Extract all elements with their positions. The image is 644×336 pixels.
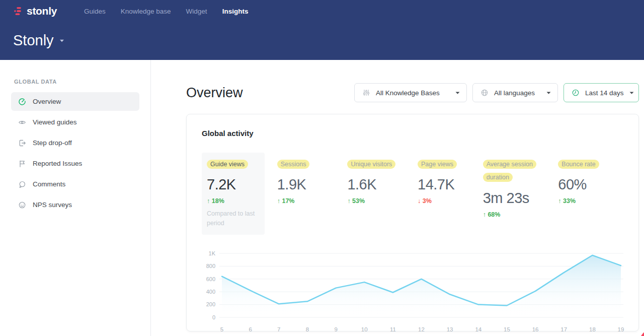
workspace-chevron-down-icon[interactable] [59,39,64,42]
svg-text:9: 9 [334,326,337,332]
metric-delta-value: 3% [423,197,432,205]
metric-delta-value: 33% [563,197,576,205]
smiley-icon [18,201,26,209]
step-dropoff-icon [18,139,26,147]
metric-label-wrap: Page views [418,157,474,170]
global-activity-card: Global activity Guide views7.2K↑ 18%Comp… [186,114,639,331]
top-nav-row: stonly GuidesKnowledge baseWidgetInsight… [13,4,630,19]
metric-delta-value: 53% [352,197,365,205]
metric-label-wrap: Bounce rate [558,157,614,170]
arrow-up-icon: ↑ [277,197,280,205]
metric-unique-visitors[interactable]: Unique visitors1.6K↑ 53% [347,153,418,205]
metric-value: 1.6K [347,176,418,193]
svg-text:200: 200 [206,301,215,307]
globe-icon [480,89,489,97]
metric-value: 60% [558,176,623,193]
card-title: Global activity [202,129,623,138]
metric-delta: ↓ 3% [418,197,483,205]
sidebar-items: OverviewViewed guidesStep drop-offReport… [0,92,150,214]
sidebar-item-overview[interactable]: Overview [11,92,139,111]
svg-text:6: 6 [249,326,252,332]
filter-all-knowledge-bases[interactable]: All Knowledge Bases [354,83,467,102]
metric-value: 1.9K [277,176,348,193]
nav-item-insights[interactable]: Insights [222,8,249,15]
sidebar-item-label: Comments [33,180,65,188]
metric-guide-views[interactable]: Guide views7.2K↑ 18%Compared to last per… [202,153,265,235]
nav-item-guides[interactable]: Guides [84,8,106,15]
filter-all-languages[interactable]: All languages [472,83,558,102]
app-root: stonly GuidesKnowledge baseWidgetInsight… [0,0,644,336]
metric-delta: ↑ 33% [558,197,623,205]
metric-value: 7.2K [207,176,260,193]
metric-value: 14.7K [418,176,483,193]
svg-text:600: 600 [206,276,215,282]
svg-text:18: 18 [589,326,596,332]
svg-text:5: 5 [220,326,223,332]
stonly-logo-text: stonly [27,5,57,17]
metric-label: Sessions [277,160,310,169]
sidebar-section-label: GLOBAL DATA [14,79,150,85]
sidebar-item-reported-issues[interactable]: Reported Issues [11,154,139,173]
stonly-logo-icon [13,6,23,16]
filter-label: Last 14 days [585,89,624,97]
metric-label-wrap: Average session duration [483,157,539,184]
workspace-row: Stonly [13,32,630,49]
nav-item-widget[interactable]: Widget [186,8,207,15]
svg-text:17: 17 [560,326,567,332]
metric-sessions[interactable]: Sessions1.9K↑ 17% [277,153,348,205]
svg-text:800: 800 [206,263,215,269]
comment-icon [18,180,26,188]
metric-delta: ↑ 68% [483,211,558,218]
clock-icon [572,89,580,97]
top-header: stonly GuidesKnowledge baseWidgetInsight… [0,0,644,60]
metric-bounce-rate[interactable]: Bounce rate60%↑ 33% [558,153,623,205]
gauge-icon [18,98,26,106]
body-row: GLOBAL DATA OverviewViewed guidesStep dr… [0,60,644,336]
svg-text:8: 8 [306,326,309,332]
metric-label-wrap: Unique visitors [347,157,404,170]
sidebar-item-viewed-guides[interactable]: Viewed guides [11,113,139,131]
arrow-down-icon: ↓ [418,197,421,205]
metric-value: 3m 23s [483,190,558,207]
activity-chart-svg: 02004006008001K5678910111213141516171819 [202,245,624,336]
svg-text:14: 14 [475,326,481,332]
sidebar-item-label: Reported Issues [33,160,82,167]
sidebar-item-label: Step drop-off [33,139,72,147]
metric-delta: ↑ 53% [347,197,418,205]
main-content: Overview All Knowledge BasesAll language… [151,60,644,336]
workspace-title[interactable]: Stonly [13,32,54,49]
metric-delta: ↑ 17% [277,197,348,205]
sidebar-item-nps-surveys[interactable]: NPS surveys [11,195,139,214]
svg-text:12: 12 [418,326,425,332]
svg-text:7: 7 [277,326,280,332]
nav-item-knowledge-base[interactable]: Knowledge base [121,8,171,15]
metric-delta-value: 17% [282,197,294,205]
svg-text:13: 13 [447,326,453,332]
metric-label: Bounce rate [558,160,599,169]
metric-label-wrap: Guide views [207,157,260,170]
metric-label: Guide views [207,160,248,169]
arrow-up-icon: ↑ [207,197,210,205]
metric-label: Unique visitors [347,160,395,169]
flag-icon [18,160,26,168]
sidebar-item-step-drop-off[interactable]: Step drop-off [11,133,139,152]
filter-last-14-days[interactable]: Last 14 days [564,83,639,102]
metric-average-session-duration[interactable]: Average session duration3m 23s↑ 68% [483,153,558,218]
sliders-icon [362,89,370,97]
stonly-logo[interactable]: stonly [13,5,71,17]
metric-label-wrap: Sessions [277,157,334,170]
activity-chart: 02004006008001K5678910111213141516171819 [202,245,623,336]
metric-label: Page views [418,160,457,169]
arrow-up-icon: ↑ [347,197,350,205]
metric-label: Average session duration [483,160,536,182]
metric-delta: ↑ 18% [207,197,260,205]
sidebar-item-comments[interactable]: Comments [11,175,139,193]
metric-delta-value: 68% [488,211,500,218]
top-navigation: GuidesKnowledge baseWidgetInsights [84,8,248,15]
metric-page-views[interactable]: Page views14.7K↓ 3% [418,153,483,205]
arrow-up-icon: ↑ [558,197,561,205]
svg-text:1K: 1K [209,250,216,256]
chevron-down-icon [455,92,460,94]
sidebar: GLOBAL DATA OverviewViewed guidesStep dr… [0,60,151,336]
page-title: Overview [186,83,243,102]
